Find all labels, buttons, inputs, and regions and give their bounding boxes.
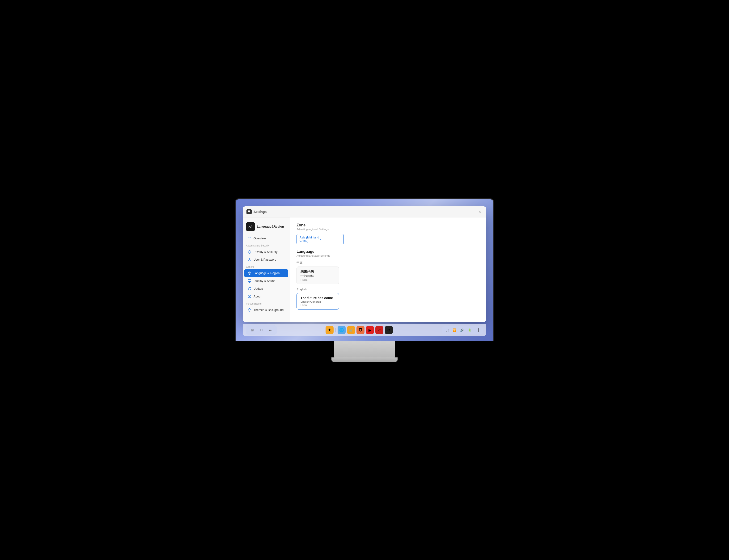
taskbar-right: ⛶ 🛜 🔊 🔋 | [442,326,483,334]
taskbar-expand-icon[interactable]: ⛶ [445,328,450,332]
taskbar-divider-1 [335,328,336,332]
monitor-screen: Settings × A文 Language&Region [235,198,494,341]
sidebar-item-display-sound[interactable]: Display & Sound [244,277,288,285]
taskbar-app-store[interactable]: 🛒 [347,326,355,334]
accounts-security-label: Accounts and Security [243,242,290,248]
taskbar-center: ★ 🌐 🛒 🖼 ▶ 🛍 ⚙ [326,326,393,334]
language-title: Language [297,250,480,254]
taskbar-battery-icon[interactable]: 🔋 [467,328,472,332]
taskbar-left: ⊞ □ ∞ [246,325,277,335]
svg-point-6 [250,310,250,310]
monitor-stand-base [331,357,398,362]
chinese-lang-card[interactable]: 未来已来 中文(简体) Fluent [297,267,339,284]
sidebar-item-about[interactable]: About [244,293,288,300]
english-badge: Fluent [301,304,335,306]
sidebar-item-overview[interactable]: Overview [244,235,288,242]
taskbar-app-star[interactable]: ★ [326,326,334,334]
general-label: General [243,264,290,269]
language-region-label: Language & Region [254,272,280,275]
about-label: About [254,295,261,298]
zone-desc: Adjusting regional Settings [297,228,480,231]
sidebar: A文 Language&Region Overview Accoun [243,217,290,322]
svg-rect-2 [248,280,251,282]
user-icon [247,258,252,262]
english-main-text: The future has come [301,296,335,300]
chevron-down-icon: ▾ [320,238,341,241]
close-button[interactable]: × [477,209,483,214]
taskbar-wifi-icon[interactable]: 🛜 [452,328,457,332]
chinese-main-text: 未来已来 [301,270,335,274]
taskbar-app-video[interactable]: ▶ [366,326,374,334]
overview-label: Overview [254,237,266,240]
shield-icon [247,250,252,254]
taskbar-divider-2 [475,328,475,332]
themes-background-label: Themes & Background [254,308,284,312]
update-label: Update [254,287,263,290]
settings-app-icon [246,209,252,214]
monitor-stand-top [334,341,395,357]
zone-title: Zone [297,223,480,227]
english-section-label: English [297,288,480,291]
taskbar: ⊞ □ ∞ ★ 🌐 🛒 🖼 ▶ 🛍 ⚙ ⛶ 🛜 🔊 🔋 | [243,324,486,336]
home-icon [247,236,252,241]
sidebar-app-name: Language&Region [257,225,284,229]
taskbar-infinity-icon[interactable]: ∞ [267,327,274,334]
english-sub-text: English(General) [301,300,335,303]
svg-point-5 [249,309,250,309]
sidebar-header: A文 Language&Region [243,220,290,234]
sidebar-item-themes-background[interactable]: Themes & Background [244,306,288,314]
monitor-wrapper: Settings × A文 Language&Region [235,198,494,362]
taskbar-volume-icon[interactable]: 🔊 [459,328,465,332]
sidebar-item-user-password[interactable]: User & Password [244,256,288,263]
taskbar-grid-icon[interactable]: ⊞ [249,327,256,334]
taskbar-window-icon[interactable]: □ [258,327,265,334]
taskbar-app-browser[interactable]: 🌐 [338,326,346,334]
taskbar-app-photos[interactable]: 🖼 [356,326,365,334]
display-sound-label: Display & Sound [254,279,275,283]
window-title: Settings [254,210,267,214]
palette-icon [247,308,252,312]
info-icon [247,294,252,299]
english-lang-card[interactable]: The future has come English(General) Flu… [297,293,339,310]
lang-region-icon: A文 [246,222,255,231]
zone-dropdown[interactable]: Asia (Mainland China) ▾ [297,234,344,244]
refresh-icon [247,287,252,291]
window-body: A文 Language&Region Overview Accoun [243,217,486,322]
zone-section: Zone Adjusting regional Settings Asia (M… [297,223,480,244]
svg-point-0 [249,259,250,260]
sidebar-item-update[interactable]: Update [244,285,288,293]
personalization-label: Personalization [243,301,290,306]
chinese-sub-text: 中文(简体) [301,274,335,278]
language-desc: Adjusting language Settings [297,254,480,257]
taskbar-app-settings[interactable]: ⚙ [385,326,393,334]
language-section: Language Adjusting language Settings 中文 … [297,250,480,310]
title-bar: Settings × [243,206,486,217]
globe-icon [247,271,252,275]
zone-selected-value: Asia (Mainland China) [300,236,320,242]
settings-window: Settings × A文 Language&Region [243,206,486,322]
taskbar-app-shop[interactable]: 🛍 [375,326,383,334]
sidebar-item-language-region[interactable]: Language & Region [244,269,288,277]
main-content: Zone Adjusting regional Settings Asia (M… [290,217,486,322]
svg-point-4 [249,310,249,310]
gear-icon [247,210,251,213]
chinese-section-label: 中文 [297,260,480,265]
monitor-icon [247,279,252,283]
sidebar-item-privacy-security[interactable]: Privacy & Security [244,248,288,256]
chinese-badge: Fluent [301,278,335,281]
taskbar-power-icon[interactable]: | [477,327,480,333]
user-password-label: User & Password [254,258,276,261]
privacy-security-label: Privacy & Security [254,250,277,254]
